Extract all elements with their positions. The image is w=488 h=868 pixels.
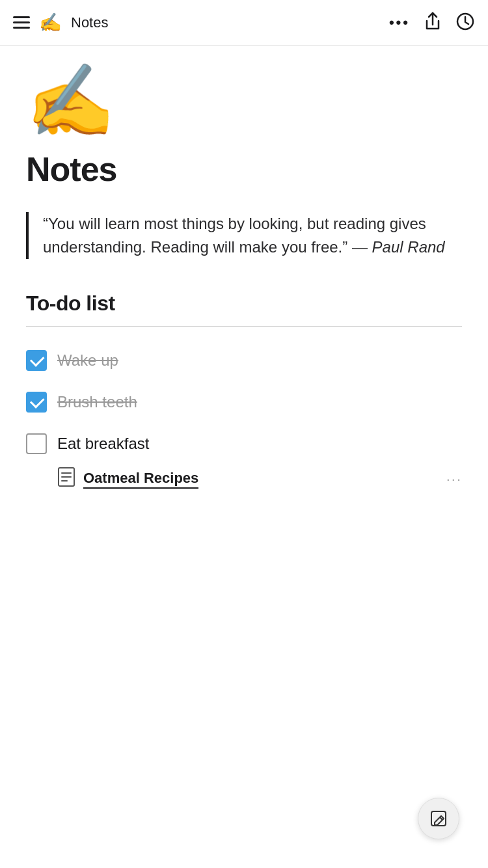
hamburger-menu-icon[interactable]: [13, 16, 30, 29]
todo-checkbox-brush-teeth[interactable]: [26, 392, 47, 413]
app-header: ✍️ Notes •••: [0, 0, 488, 46]
quote-attribution: Paul Rand: [372, 238, 445, 256]
page-title: Notes: [26, 150, 462, 189]
todo-item-eat-breakfast: Eat breakfast: [26, 423, 462, 465]
todo-label-eat-breakfast: Eat breakfast: [57, 435, 149, 453]
header-app-icon: ✍️: [39, 14, 62, 32]
history-button[interactable]: [455, 12, 475, 34]
document-icon: [57, 467, 75, 491]
compose-icon: [429, 809, 448, 828]
quote-block: “You will learn most things by looking, …: [26, 212, 462, 259]
share-button[interactable]: [424, 12, 441, 34]
header-left: ✍️ Notes: [13, 14, 108, 32]
todo-checkbox-wake-up[interactable]: [26, 350, 47, 371]
header-title: Notes: [71, 14, 108, 31]
todo-label-brush-teeth: Brush teeth: [57, 393, 137, 411]
todo-divider: [26, 326, 462, 327]
header-actions: •••: [389, 12, 475, 34]
linked-item-more-options[interactable]: ···: [446, 471, 462, 488]
todo-item-wake-up: Wake up: [26, 340, 462, 381]
linked-item-label: Oatmeal Recipes: [83, 470, 198, 489]
linked-item-oatmeal[interactable]: Oatmeal Recipes ···: [57, 467, 462, 491]
main-content: ✍️ Notes “You will learn most things by …: [0, 46, 488, 563]
todo-checkbox-eat-breakfast[interactable]: [26, 433, 47, 454]
quote-text: “You will learn most things by looking, …: [43, 215, 426, 256]
todo-list: Wake up Brush teeth Eat breakfast Oatmea…: [26, 340, 462, 498]
todo-section-title: To-do list: [26, 292, 462, 316]
more-options-icon[interactable]: •••: [389, 14, 410, 31]
page-hero-icon: ✍️: [26, 65, 462, 137]
todo-label-wake-up: Wake up: [57, 351, 118, 370]
todo-item-brush-teeth: Brush teeth: [26, 381, 462, 423]
compose-button[interactable]: [418, 798, 459, 839]
